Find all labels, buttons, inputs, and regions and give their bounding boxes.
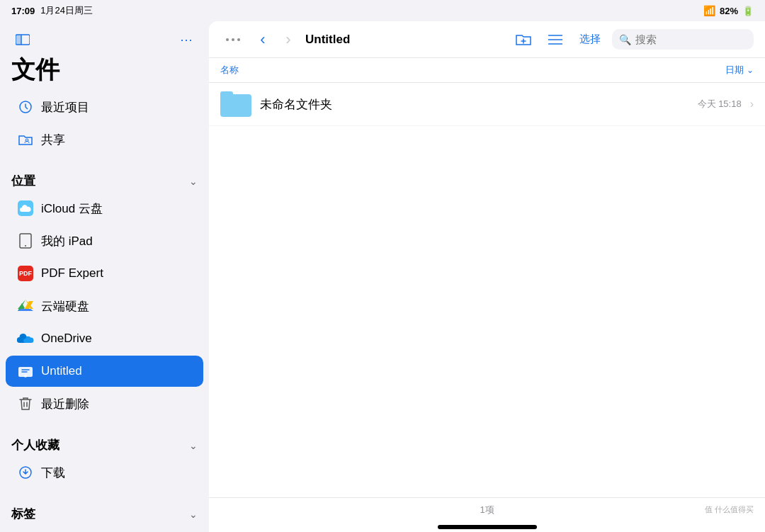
new-folder-button[interactable] (510, 28, 537, 51)
section-tags-header: 标签 ⌄ (0, 494, 209, 525)
toolbar: ‹ › Untitled (209, 21, 765, 58)
battery-icon: 🔋 (742, 6, 754, 16)
sidebar-item-recent-label: 最近项目 (41, 99, 89, 115)
sidebar-item-onedrive-label: OneDrive (41, 332, 92, 346)
file-count: 1项 (480, 504, 494, 516)
main-content: ‹ › Untitled (209, 21, 765, 532)
sidebar-item-ipad-label: 我的 iPad (41, 233, 93, 249)
tags-chevron-icon: ⌄ (189, 509, 198, 520)
forward-arrow-icon: › (285, 30, 290, 49)
svg-point-6 (25, 245, 26, 247)
wifi-icon: 📶 (703, 5, 715, 16)
clock-icon (17, 98, 34, 115)
section-locations-header: 位置 ⌄ (0, 162, 209, 192)
sidebar-item-downloads-label: 下载 (41, 465, 65, 481)
trash-icon (17, 395, 34, 412)
sidebar-item-recent[interactable]: 最近项目 (6, 91, 203, 123)
sidebar-item-onedrive[interactable]: OneDrive (6, 323, 203, 354)
sidebar-item-gdrive-label: 云端硬盘 (41, 298, 89, 315)
sidebar-item-downloads[interactable]: 下载 (6, 457, 203, 488)
section-locations-title: 位置 (11, 173, 35, 189)
sidebar-item-deleted-label: 最近删除 (41, 396, 89, 412)
toggle-sidebar-button[interactable] (11, 28, 34, 51)
sidebar-item-googledrive[interactable]: 云端硬盘 (6, 290, 203, 322)
onedrive-icon (17, 330, 34, 347)
toolbar-drag-handle (220, 35, 246, 44)
main-footer: 1项 值 什么值得买 (209, 497, 765, 521)
shared-folder-icon (17, 131, 34, 148)
file-chevron-icon: › (750, 98, 754, 111)
file-list-header: 名称 日期 ⌄ (209, 58, 765, 83)
sidebar-item-pdfexpert[interactable]: PDF PDF Expert (6, 258, 203, 289)
sidebar-item-untitled-label: Untitled (41, 364, 82, 378)
status-right: 📶 82% 🔋 (703, 5, 754, 16)
list-view-icon (548, 34, 562, 45)
select-label: 选择 (579, 33, 601, 46)
locations-chevron-icon: ⌄ (189, 176, 198, 187)
select-button[interactable]: 选择 (574, 28, 606, 50)
sidebar-item-shared[interactable]: 共享 (6, 124, 203, 155)
untitled-drive-icon (17, 363, 34, 380)
sidebar-item-pdf-label: PDF Expert (41, 266, 103, 281)
favorites-chevron-icon: ⌄ (189, 440, 198, 451)
list-view-button[interactable] (543, 30, 568, 50)
sidebar-item-recentdeleted[interactable]: 最近删除 (6, 388, 203, 419)
ipad-icon (17, 232, 34, 249)
sidebar-header: ⋯ (0, 21, 209, 54)
download-icon (17, 464, 34, 481)
googledrive-icon (17, 298, 34, 315)
toolbar-title: Untitled (305, 33, 350, 47)
status-date: 1月24日周三 (40, 4, 93, 17)
sidebar-item-myipad[interactable]: 我的 iPad (6, 225, 203, 256)
back-button[interactable]: ‹ (251, 28, 274, 51)
section-tags-title: 标签 (11, 506, 35, 522)
sidebar-item-icloud-label: iCloud 云盘 (41, 200, 103, 217)
home-indicator-container (209, 521, 765, 532)
sort-chevron-icon: ⌄ (747, 65, 754, 75)
battery-percentage: 82% (720, 6, 738, 16)
home-indicator (438, 525, 537, 529)
sidebar-item-icloud[interactable]: iCloud 云盘 (6, 193, 203, 224)
toolbar-navigation: ‹ › (251, 28, 300, 51)
file-info: 未命名文件夹 (260, 96, 689, 113)
app-container: ⋯ 文件 最近项目 共享 (0, 21, 765, 532)
sidebar-title: 文件 (0, 54, 209, 86)
pdfexpert-icon: PDF (17, 265, 34, 282)
section-favorites-title: 个人收藏 (11, 437, 60, 453)
new-folder-icon (516, 33, 531, 47)
search-input[interactable] (635, 33, 747, 45)
icloud-icon (17, 200, 34, 217)
search-box: 🔍 (612, 29, 754, 50)
watermark: 值 什么值得买 (705, 504, 754, 515)
sidebar-item-tag-red[interactable]: 红色 (6, 526, 203, 532)
folder-icon (220, 91, 251, 117)
svg-rect-0 (16, 35, 21, 45)
sidebar-item-untitled[interactable]: Untitled (6, 356, 203, 387)
section-favorites-header: 个人收藏 ⌄ (0, 426, 209, 456)
file-date: 今天 15:18 (698, 98, 742, 111)
file-name: 未命名文件夹 (260, 96, 689, 113)
status-time: 17:09 (11, 6, 35, 16)
search-icon: 🔍 (619, 34, 631, 45)
svg-point-16 (24, 375, 27, 378)
more-options-button[interactable]: ⋯ (175, 28, 198, 51)
file-list: 未命名文件夹 今天 15:18 › (209, 83, 765, 497)
column-name: 名称 (220, 64, 725, 77)
table-row[interactable]: 未命名文件夹 今天 15:18 › (209, 83, 765, 126)
column-date: 日期 ⌄ (725, 64, 754, 77)
back-arrow-icon: ‹ (260, 30, 265, 49)
sidebar: ⋯ 文件 最近项目 共享 (0, 21, 209, 532)
status-bar: 17:09 1月24日周三 📶 82% 🔋 (0, 0, 765, 21)
forward-button[interactable]: › (277, 28, 300, 51)
sidebar-item-shared-label: 共享 (41, 132, 65, 148)
